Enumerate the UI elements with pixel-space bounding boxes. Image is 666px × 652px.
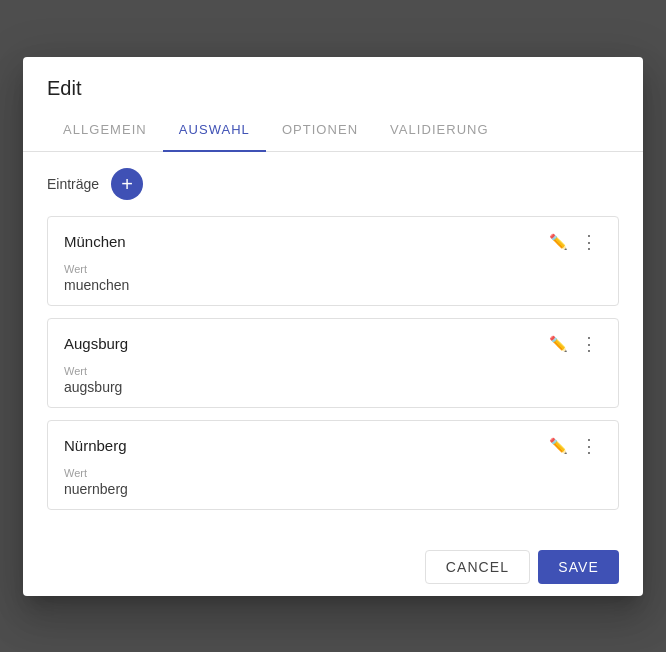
dialog-footer: CANCEL SAVE (23, 538, 643, 596)
edit-entry-button[interactable]: ✏️ (545, 433, 572, 459)
entry-card: Augsburg ✏️ ⋮ Wert augsburg (47, 318, 619, 408)
entry-actions: ✏️ ⋮ (545, 433, 602, 459)
wert-value: nuernberg (64, 481, 602, 497)
pencil-icon: ✏️ (549, 437, 568, 455)
tab-auswahl[interactable]: AUSWAHL (163, 108, 266, 151)
pencil-icon: ✏️ (549, 335, 568, 353)
entry-card-header: Nürnberg ✏️ ⋮ (64, 433, 602, 459)
wert-label: Wert (64, 365, 602, 377)
wert-value: augsburg (64, 379, 602, 395)
entry-actions: ✏️ ⋮ (545, 229, 602, 255)
dialog-content: Einträge + München ✏️ ⋮ Wert muenchen (23, 152, 643, 538)
entry-card: München ✏️ ⋮ Wert muenchen (47, 216, 619, 306)
save-button[interactable]: SAVE (538, 550, 619, 584)
more-options-button[interactable]: ⋮ (576, 229, 602, 255)
edit-entry-button[interactable]: ✏️ (545, 229, 572, 255)
dots-icon: ⋮ (580, 233, 598, 251)
entry-name: Augsburg (64, 335, 128, 352)
entry-name: München (64, 233, 126, 250)
wert-label: Wert (64, 263, 602, 275)
entry-card-header: München ✏️ ⋮ (64, 229, 602, 255)
entries-label: Einträge (47, 176, 99, 192)
edit-entry-button[interactable]: ✏️ (545, 331, 572, 357)
dots-icon: ⋮ (580, 335, 598, 353)
more-options-button[interactable]: ⋮ (576, 433, 602, 459)
dialog-title: Edit (23, 57, 643, 100)
cancel-button[interactable]: CANCEL (425, 550, 531, 584)
tabs-bar: ALLGEMEIN AUSWAHL OPTIONEN VALIDIERUNG (23, 108, 643, 152)
tab-allgemein[interactable]: ALLGEMEIN (47, 108, 163, 151)
edit-dialog: Edit ALLGEMEIN AUSWAHL OPTIONEN VALIDIER… (23, 57, 643, 596)
wert-value: muenchen (64, 277, 602, 293)
more-options-button[interactable]: ⋮ (576, 331, 602, 357)
tab-optionen[interactable]: OPTIONEN (266, 108, 374, 151)
entry-name: Nürnberg (64, 437, 127, 454)
entry-card: Nürnberg ✏️ ⋮ Wert nuernberg (47, 420, 619, 510)
tab-validierung[interactable]: VALIDIERUNG (374, 108, 505, 151)
wert-label: Wert (64, 467, 602, 479)
pencil-icon: ✏️ (549, 233, 568, 251)
entries-header: Einträge + (47, 168, 619, 200)
entry-actions: ✏️ ⋮ (545, 331, 602, 357)
add-entry-button[interactable]: + (111, 168, 143, 200)
dots-icon: ⋮ (580, 437, 598, 455)
entry-card-header: Augsburg ✏️ ⋮ (64, 331, 602, 357)
